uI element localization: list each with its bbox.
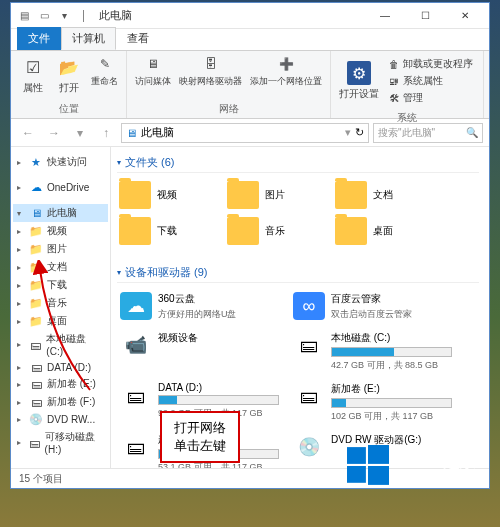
add-location-icon: ➕: [277, 55, 295, 73]
tab-view[interactable]: 查看: [116, 27, 160, 50]
open-button[interactable]: 📂打开: [53, 53, 85, 97]
callout-line2: 单击左键: [174, 437, 226, 455]
folder-icon: 📁: [29, 243, 43, 256]
svg-rect-3: [368, 466, 389, 485]
ribbon-tabs: 文件 计算机 查看: [11, 29, 489, 51]
close-button[interactable]: ✕: [445, 6, 485, 26]
folder-icon: [227, 217, 259, 245]
system-menu-icon[interactable]: ▤: [15, 7, 33, 25]
drive-sub: 102 GB 可用，共 117 GB: [331, 410, 452, 423]
nav-downloads[interactable]: ▸📁下载: [13, 276, 108, 294]
nav-drive-g[interactable]: ▸💿DVD RW...: [13, 411, 108, 428]
folder-item[interactable]: 下载: [117, 215, 217, 247]
drives-header[interactable]: ▾设备和驱动器 (9): [117, 263, 479, 283]
nav-quick-access[interactable]: ▸★快速访问: [13, 153, 108, 171]
folder-icon: 📁: [29, 315, 43, 328]
nav-drive-f[interactable]: ▸🖴新加卷 (F:): [13, 393, 108, 411]
folder-item[interactable]: 视频: [117, 179, 217, 211]
drive-name: 视频设备: [158, 331, 279, 345]
folder-item[interactable]: 桌面: [333, 215, 433, 247]
folders-section: ▾文件夹 (6) 视频图片文档下载音乐桌面: [117, 153, 479, 253]
nav-music[interactable]: ▸📁音乐: [13, 294, 108, 312]
usb-icon: 🖴: [28, 437, 40, 449]
watermark: Win10之家 www.win10xitong.com: [347, 445, 484, 487]
window-controls: — ☐ ✕: [365, 6, 485, 26]
pc-icon: 🖥: [126, 127, 137, 139]
folder-icon: [227, 181, 259, 209]
drive-name: 本地磁盘 (C:): [331, 331, 452, 345]
nav-this-pc[interactable]: ▾🖥此电脑: [13, 204, 108, 222]
dvd-icon: 💿: [29, 413, 43, 426]
nav-documents[interactable]: ▸📁文档: [13, 258, 108, 276]
drive-sub: 方便好用的网络U盘: [158, 308, 279, 321]
address-bar-row: ← → ▾ ↑ 🖥 此电脑 ▾ ↻ 搜索"此电脑" 🔍: [11, 119, 489, 147]
sysprops-icon: 🖳: [389, 76, 399, 87]
system-properties-button[interactable]: 🖳系统属性: [389, 73, 473, 89]
watermark-url: www.win10xitong.com: [395, 473, 484, 483]
drive-icon: 🖴: [29, 361, 43, 373]
refresh-button[interactable]: ↻: [355, 126, 364, 139]
add-location-button[interactable]: ➕添加一个网络位置: [248, 53, 324, 90]
folders-header[interactable]: ▾文件夹 (6): [117, 153, 479, 173]
nav-videos[interactable]: ▸📁视频: [13, 222, 108, 240]
nav-drive-d[interactable]: ▸🖴DATA (D:): [13, 359, 108, 375]
history-dropdown[interactable]: ▾: [69, 122, 91, 144]
folder-item[interactable]: 图片: [225, 179, 325, 211]
minimize-button[interactable]: —: [365, 6, 405, 26]
up-button[interactable]: ↑: [95, 122, 117, 144]
uninstall-button[interactable]: 🗑卸载或更改程序: [389, 56, 473, 72]
access-media-button[interactable]: 🖥访问媒体: [133, 53, 173, 90]
properties-button[interactable]: ☑属性: [17, 53, 49, 97]
body: ▸★快速访问 ▸☁OneDrive ▾🖥此电脑 ▸📁视频 ▸📁图片 ▸📁文档 ▸…: [11, 147, 489, 468]
folder-item[interactable]: 文档: [333, 179, 433, 211]
drive-item[interactable]: 🖴新加卷 (E:)102 GB 可用，共 117 GB: [290, 379, 455, 426]
nav-desktop[interactable]: ▸📁桌面: [13, 312, 108, 330]
drive-name: 新加卷 (E:): [331, 382, 452, 396]
drive-item[interactable]: ∞百度云管家双击启动百度云管家: [290, 289, 455, 324]
settings-icon: ⚙: [347, 61, 371, 85]
ribbon: ☑属性 📂打开 ✎重命名 位置 🖥访问媒体 🗄映射网络驱动器 ➕添加一个网络位置…: [11, 51, 489, 119]
drive-item[interactable]: ☁360云盘方便好用的网络U盘: [117, 289, 282, 324]
drive-item[interactable]: 📹视频设备: [117, 328, 282, 375]
map-drive-button[interactable]: 🗄映射网络驱动器: [177, 53, 244, 90]
qat-properties-icon[interactable]: ▭: [35, 7, 53, 25]
drive-icon: 🖴: [29, 339, 43, 351]
open-settings-button[interactable]: ⚙打开设置: [337, 59, 381, 103]
folder-item[interactable]: 音乐: [225, 215, 325, 247]
maximize-button[interactable]: ☐: [405, 6, 445, 26]
rename-button[interactable]: ✎重命名: [89, 53, 120, 97]
pc-icon: 🖥: [29, 207, 43, 219]
nav-pictures[interactable]: ▸📁图片: [13, 240, 108, 258]
search-input[interactable]: 搜索"此电脑" 🔍: [373, 123, 483, 143]
forward-button[interactable]: →: [43, 122, 65, 144]
nav-drive-e[interactable]: ▸🖴新加卷 (E:): [13, 375, 108, 393]
windows-logo-icon: [347, 445, 389, 487]
nav-onedrive[interactable]: ▸☁OneDrive: [13, 179, 108, 196]
drive-name: 360云盘: [158, 292, 279, 306]
tab-computer[interactable]: 计算机: [61, 27, 116, 50]
drive-icon: 🖴: [293, 382, 325, 410]
map-drive-icon: 🗄: [202, 55, 220, 73]
tab-file[interactable]: 文件: [17, 27, 61, 50]
capacity-bar: [331, 347, 452, 357]
drive-icon: 🖴: [293, 331, 325, 359]
drive-icon: ☁: [120, 292, 152, 320]
folder-label: 视频: [157, 188, 177, 202]
manage-button[interactable]: 🛠管理: [389, 90, 473, 106]
qat-dropdown-icon[interactable]: ▾: [55, 7, 73, 25]
back-button[interactable]: ←: [17, 122, 39, 144]
uninstall-icon: 🗑: [389, 59, 399, 70]
svg-rect-0: [347, 447, 366, 464]
nav-drive-h[interactable]: ▸🖴可移动磁盘(H:): [13, 428, 108, 457]
drive-name: DATA (D:): [158, 382, 279, 393]
address-path: 此电脑: [141, 125, 174, 140]
drive-icon: 📹: [120, 331, 152, 359]
address-bar[interactable]: 🖥 此电脑 ▾ ↻: [121, 123, 369, 143]
drive-icon: ∞: [293, 292, 325, 320]
drive-item[interactable]: 🖴本地磁盘 (C:)42.7 GB 可用，共 88.5 GB: [290, 328, 455, 375]
nav-drive-c[interactable]: ▸🖴本地磁盘 (C:): [13, 330, 108, 359]
folder-icon: [335, 181, 367, 209]
media-icon: 🖥: [144, 55, 162, 73]
chevron-down-icon: ▾: [117, 158, 121, 167]
address-chevron-icon[interactable]: ▾: [345, 126, 351, 139]
